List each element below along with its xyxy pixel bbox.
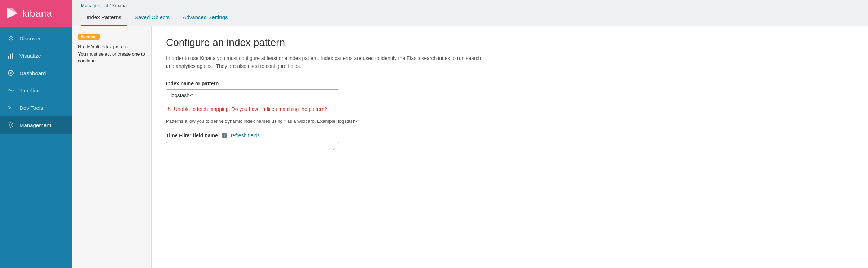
devtools-icon xyxy=(7,104,14,111)
sidebar-item-management[interactable]: Management xyxy=(0,116,72,134)
sidebar-item-timelion-label: Timelion xyxy=(19,87,40,94)
form-title: Configure an index pattern xyxy=(166,37,854,48)
form-description: In order to use Kibana you must configur… xyxy=(166,54,491,70)
management-icon xyxy=(7,121,14,129)
warning-badge: Warning xyxy=(78,34,100,40)
warning-line2: You must select or create one to continu… xyxy=(78,51,145,64)
main-content: Management / Kibana Index Patterns Saved… xyxy=(72,0,868,268)
top-navigation: Management / Kibana Index Patterns Saved… xyxy=(72,0,868,26)
sidebar-item-timelion[interactable]: Timelion xyxy=(0,82,72,99)
tab-advanced-settings[interactable]: Advanced Settings xyxy=(177,10,233,26)
breadcrumb-parent[interactable]: Management xyxy=(81,3,108,8)
index-name-input[interactable] xyxy=(166,89,339,101)
discover-icon: ⊙ xyxy=(7,35,14,42)
warning-panel: Warning No default index pattern. You mu… xyxy=(72,26,152,268)
sidebar-item-visualize[interactable]: Visualize xyxy=(0,47,72,64)
time-filter-select[interactable] xyxy=(166,142,339,154)
breadcrumb: Management / Kibana xyxy=(81,0,859,10)
breadcrumb-current: Kibana xyxy=(112,3,127,8)
error-message-row: ⚠ Unable to fetch mapping. Do you have i… xyxy=(166,106,854,113)
svg-point-6 xyxy=(10,72,12,74)
tab-saved-objects[interactable]: Saved Objects xyxy=(129,10,176,26)
warning-text: No default index pattern. You must selec… xyxy=(78,43,145,65)
sidebar-item-management-label: Management xyxy=(19,122,51,128)
svg-rect-4 xyxy=(12,53,13,59)
content-area: Warning No default index pattern. You mu… xyxy=(72,26,868,268)
refresh-fields-link[interactable]: refresh fields xyxy=(231,133,260,138)
sidebar-navigation: ⊙ Discover Visualize Dashboard Timelion xyxy=(0,27,72,134)
svg-rect-3 xyxy=(10,54,11,59)
visualize-icon xyxy=(7,52,14,59)
info-icon[interactable]: i xyxy=(222,133,227,138)
sidebar-item-devtools[interactable]: Dev Tools xyxy=(0,99,72,116)
timelion-icon xyxy=(7,87,14,94)
nav-tabs: Index Patterns Saved Objects Advanced Se… xyxy=(81,10,859,26)
svg-point-8 xyxy=(10,124,12,126)
sidebar-item-discover-label: Discover xyxy=(19,35,40,42)
logo-area: kibana xyxy=(0,0,72,27)
dashboard-icon xyxy=(7,69,14,77)
sidebar-item-visualize-label: Visualize xyxy=(19,53,41,59)
breadcrumb-separator: / xyxy=(108,3,112,8)
hint-text: Patterns allow you to define dynamic ind… xyxy=(166,118,854,124)
logo-text: kibana xyxy=(22,8,52,19)
tab-index-patterns[interactable]: Index Patterns xyxy=(81,10,127,26)
time-filter-select-wrapper: ⌄ xyxy=(166,142,339,154)
sidebar-item-discover[interactable]: ⊙ Discover xyxy=(0,30,72,47)
error-triangle-icon: ⚠ xyxy=(166,106,171,113)
sidebar-item-dashboard-label: Dashboard xyxy=(19,70,46,76)
error-message-text: Unable to fetch mapping. Do you have ind… xyxy=(174,106,327,112)
time-filter-label: Time Filter field name xyxy=(166,133,218,138)
index-name-label: Index name or pattern xyxy=(166,81,854,86)
svg-rect-2 xyxy=(8,56,9,59)
sidebar: kibana ⊙ Discover Visualize Dashboard Ti… xyxy=(0,0,72,268)
warning-line1: No default index pattern. xyxy=(78,44,129,49)
form-area: Configure an index pattern In order to u… xyxy=(152,26,868,268)
sidebar-item-dashboard[interactable]: Dashboard xyxy=(0,64,72,82)
kibana-logo-icon xyxy=(6,7,19,20)
time-filter-row: Time Filter field name i refresh fields xyxy=(166,133,854,138)
sidebar-item-devtools-label: Dev Tools xyxy=(19,105,43,111)
